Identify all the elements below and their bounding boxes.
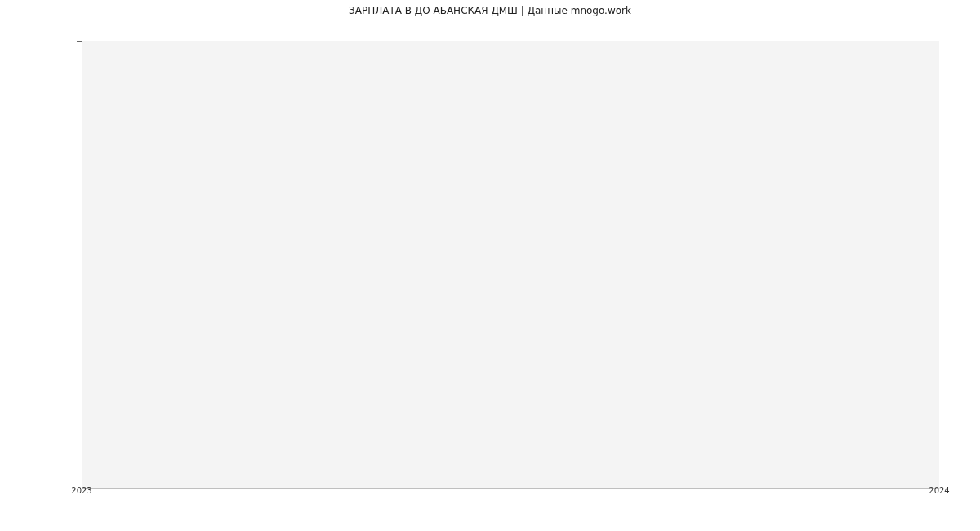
chart-title: ЗАРПЛАТА В ДО АБАНСКАЯ ДМШ | Данные mnog… xyxy=(0,5,980,16)
xtick-label: 2024 xyxy=(929,486,949,495)
plot-area xyxy=(82,41,939,489)
tick-mark xyxy=(77,41,82,42)
xtick-label: 2023 xyxy=(71,486,91,495)
tick-mark xyxy=(77,265,82,266)
data-line xyxy=(82,265,939,266)
